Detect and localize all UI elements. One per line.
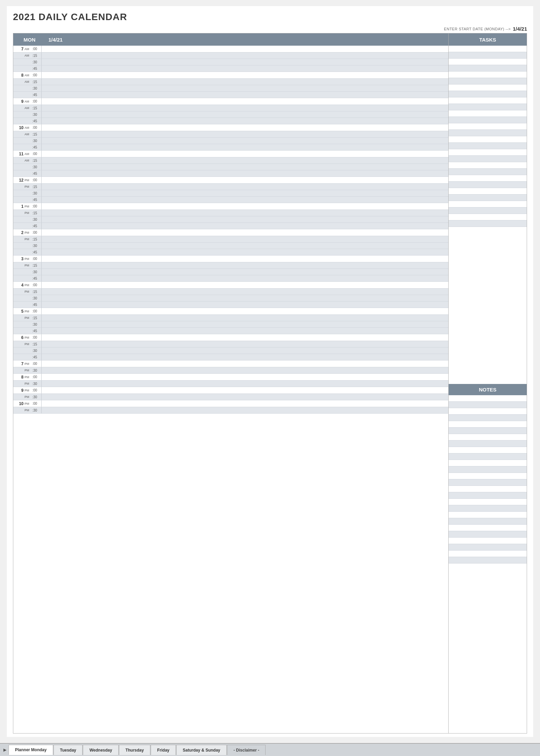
- task-row[interactable]: [449, 207, 527, 214]
- task-row[interactable]: [449, 65, 527, 72]
- task-row[interactable]: [449, 195, 527, 201]
- time-content[interactable]: [41, 223, 448, 229]
- task-row[interactable]: [449, 201, 527, 207]
- time-content[interactable]: [41, 256, 448, 262]
- task-row[interactable]: [449, 104, 527, 110]
- note-row[interactable]: [449, 466, 527, 473]
- note-row[interactable]: [449, 557, 527, 564]
- time-content[interactable]: [41, 190, 448, 196]
- time-row[interactable]: AM:15: [13, 157, 448, 164]
- date-entry-value[interactable]: 1/4/21: [513, 26, 527, 32]
- time-row[interactable]: :30: [13, 138, 448, 144]
- task-row[interactable]: [449, 97, 527, 104]
- note-row[interactable]: [449, 538, 527, 544]
- time-content[interactable]: [41, 124, 448, 131]
- time-content[interactable]: [41, 243, 448, 249]
- time-content[interactable]: [41, 105, 448, 111]
- time-row[interactable]: :30: [13, 243, 448, 249]
- time-row[interactable]: :30: [13, 111, 448, 118]
- time-content[interactable]: [41, 236, 448, 242]
- task-row[interactable]: [449, 59, 527, 65]
- time-content[interactable]: [41, 216, 448, 222]
- time-content[interactable]: [41, 341, 448, 347]
- time-content[interactable]: [41, 79, 448, 85]
- time-content[interactable]: [41, 302, 448, 308]
- time-row[interactable]: 5PM:00: [13, 308, 448, 315]
- note-row[interactable]: [449, 518, 527, 525]
- time-row[interactable]: 10AM:00: [13, 124, 448, 131]
- task-row[interactable]: [449, 220, 527, 227]
- time-content[interactable]: [41, 118, 448, 124]
- time-content[interactable]: [41, 262, 448, 268]
- note-row[interactable]: [449, 434, 527, 441]
- time-content[interactable]: [41, 92, 448, 98]
- time-content[interactable]: [41, 407, 448, 413]
- time-content[interactable]: [41, 157, 448, 164]
- task-row[interactable]: [449, 117, 527, 123]
- time-row[interactable]: 11AM:00: [13, 151, 448, 157]
- time-content[interactable]: [41, 138, 448, 144]
- time-content[interactable]: [41, 229, 448, 236]
- time-row[interactable]: :30: [13, 164, 448, 170]
- time-content[interactable]: [41, 360, 448, 367]
- time-row[interactable]: AM:15: [13, 79, 448, 85]
- time-content[interactable]: [41, 52, 448, 59]
- note-row[interactable]: [449, 551, 527, 557]
- task-row[interactable]: [449, 130, 527, 136]
- task-row[interactable]: [449, 123, 527, 130]
- time-row[interactable]: PM:30: [13, 367, 448, 374]
- note-row[interactable]: [449, 402, 527, 408]
- time-row[interactable]: PM:30: [13, 394, 448, 400]
- task-row[interactable]: [449, 214, 527, 220]
- time-row[interactable]: 4PM:00: [13, 282, 448, 289]
- note-row[interactable]: [449, 505, 527, 512]
- time-content[interactable]: [41, 170, 448, 176]
- note-row[interactable]: [449, 415, 527, 421]
- time-row[interactable]: 7PM:00: [13, 360, 448, 367]
- time-row[interactable]: 8AM:00: [13, 72, 448, 79]
- time-row[interactable]: :45: [13, 65, 448, 72]
- time-content[interactable]: [41, 381, 448, 387]
- note-row[interactable]: [449, 479, 527, 486]
- time-row[interactable]: 7AM:00: [13, 46, 448, 52]
- time-row[interactable]: :45: [13, 144, 448, 151]
- note-row[interactable]: [449, 395, 527, 402]
- note-row[interactable]: [449, 441, 527, 447]
- time-row[interactable]: PM:15: [13, 341, 448, 348]
- tab-item[interactable]: - Disclaimer -: [227, 745, 266, 755]
- time-row[interactable]: PM:30: [13, 381, 448, 387]
- time-row[interactable]: :45: [13, 170, 448, 177]
- time-row[interactable]: PM:15: [13, 184, 448, 190]
- time-content[interactable]: [41, 144, 448, 150]
- time-row[interactable]: :30: [13, 295, 448, 302]
- time-row[interactable]: :45: [13, 223, 448, 229]
- time-content[interactable]: [41, 46, 448, 52]
- time-content[interactable]: [41, 269, 448, 275]
- time-row[interactable]: 8PM:00: [13, 374, 448, 381]
- note-row[interactable]: [449, 453, 527, 460]
- note-row[interactable]: [449, 544, 527, 551]
- time-content[interactable]: [41, 400, 448, 407]
- task-row[interactable]: [449, 169, 527, 175]
- note-row[interactable]: [449, 447, 527, 453]
- time-content[interactable]: [41, 210, 448, 216]
- time-row[interactable]: 9AM:00: [13, 98, 448, 105]
- time-row[interactable]: AM:15: [13, 105, 448, 111]
- time-row[interactable]: :30: [13, 348, 448, 354]
- time-content[interactable]: [41, 151, 448, 157]
- task-row[interactable]: [449, 78, 527, 84]
- task-row[interactable]: [449, 182, 527, 188]
- time-row[interactable]: :45: [13, 197, 448, 203]
- time-content[interactable]: [41, 315, 448, 321]
- time-content[interactable]: [41, 164, 448, 170]
- task-row[interactable]: [449, 149, 527, 156]
- task-row[interactable]: [449, 46, 527, 52]
- time-content[interactable]: [41, 328, 448, 334]
- time-row[interactable]: :45: [13, 302, 448, 308]
- time-row[interactable]: :30: [13, 59, 448, 65]
- time-row[interactable]: :30: [13, 216, 448, 223]
- task-row[interactable]: [449, 175, 527, 182]
- task-row[interactable]: [449, 52, 527, 59]
- time-row[interactable]: 9PM:00: [13, 387, 448, 394]
- tab-item[interactable]: Friday: [151, 745, 176, 755]
